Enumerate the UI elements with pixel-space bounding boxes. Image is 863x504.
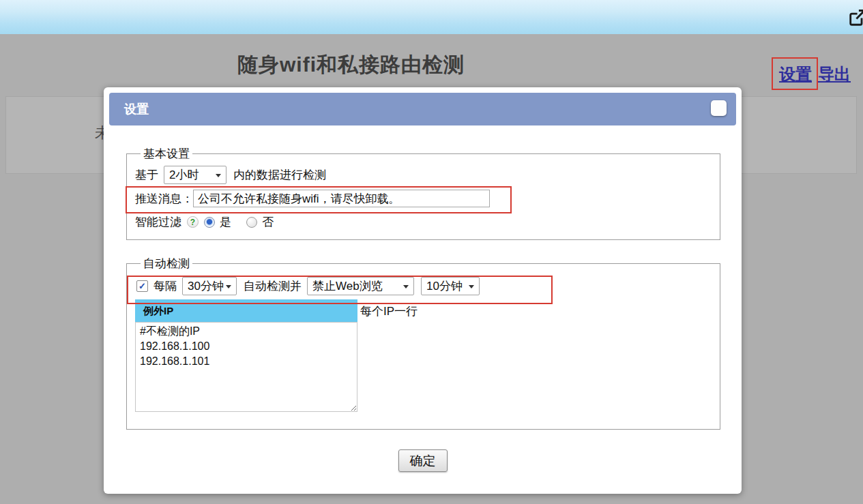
- chevron-down-icon: [403, 285, 409, 288]
- exception-ip-textarea[interactable]: #不检测的IP 192.168.1.100 192.168.1.101: [135, 322, 357, 412]
- screen: 随身wifi和私接路由检测 设置 导出 未 设置 基本设置 基于 2小时 内的数…: [0, 0, 863, 504]
- smart-filter-no-radio[interactable]: [246, 217, 257, 228]
- top-bar: [0, 0, 863, 34]
- push-message-label: 推送消息：: [135, 191, 193, 207]
- smart-filter-no-label: 否: [262, 214, 274, 230]
- duration-select[interactable]: 10分钟: [421, 277, 480, 295]
- every-label: 每隔: [153, 278, 177, 294]
- based-on-label: 基于: [135, 167, 158, 183]
- dialog-title: 设置: [109, 93, 149, 125]
- detect-window-select[interactable]: 2小时: [164, 166, 226, 184]
- based-on-suffix: 内的数据进行检测: [233, 167, 326, 183]
- help-icon[interactable]: ?: [187, 216, 199, 228]
- settings-dialog: 设置 基本设置 基于 2小时 内的数据进行检测 推送消息： 智能过滤 ?: [104, 87, 742, 494]
- chevron-down-icon: [469, 285, 474, 288]
- ok-button[interactable]: 确定: [398, 449, 448, 472]
- push-message-row: 推送消息：: [135, 190, 720, 207]
- action-select[interactable]: 禁止Web浏览: [307, 277, 414, 295]
- page-title: 随身wifi和私接路由检测: [237, 51, 465, 79]
- auto-detect-checkbox[interactable]: ✓: [136, 280, 148, 292]
- interval-select[interactable]: 30分钟: [182, 277, 237, 295]
- auto-detect-schedule-row: ✓ 每隔 30分钟 自动检测并 禁止Web浏览 10分钟: [136, 277, 720, 295]
- smart-filter-yes-radio[interactable]: [204, 217, 215, 228]
- push-message-input[interactable]: [193, 190, 490, 207]
- smart-filter-label: 智能过滤: [135, 214, 181, 230]
- smart-filter-row: 智能过滤 ? 是 否: [135, 214, 720, 230]
- exception-ip-block: 例外IP #不检测的IP 192.168.1.100 192.168.1.101…: [135, 299, 720, 412]
- settings-link[interactable]: 设置: [779, 63, 812, 85]
- close-button[interactable]: [711, 100, 727, 116]
- auto-detect-legend: 自动检测: [141, 256, 192, 271]
- and-detect-label: 自动检测并: [244, 278, 302, 294]
- smart-filter-yes-label: 是: [220, 214, 231, 230]
- chevron-down-icon: [216, 174, 221, 177]
- detect-window-row: 基于 2小时 内的数据进行检测: [135, 166, 720, 184]
- basic-settings-group: 基本设置 基于 2小时 内的数据进行检测 推送消息： 智能过滤 ? 是 否: [126, 146, 720, 240]
- external-link-icon[interactable]: [847, 8, 863, 27]
- exception-ip-header: 例外IP: [135, 299, 357, 322]
- chevron-down-icon: [226, 285, 231, 288]
- dialog-titlebar[interactable]: 设置: [109, 93, 736, 125]
- per-line-hint: 每个IP一行: [360, 299, 418, 319]
- export-link[interactable]: 导出: [818, 63, 851, 85]
- basic-settings-legend: 基本设置: [141, 146, 192, 162]
- auto-detect-group: 自动检测 ✓ 每隔 30分钟 自动检测并 禁止Web浏览 10分钟: [126, 256, 720, 430]
